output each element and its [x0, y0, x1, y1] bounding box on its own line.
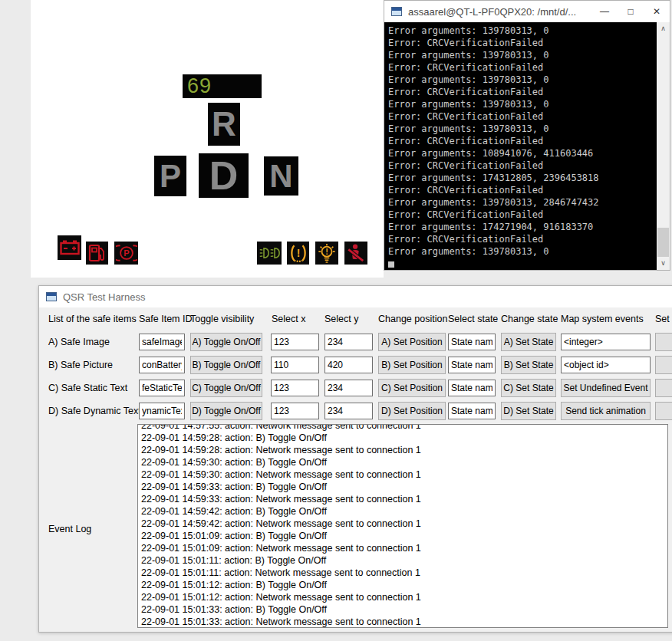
- toggle-visibility-button[interactable]: C) Toggle On/Off: [190, 379, 262, 397]
- event-log-line: 22-09-01 15:01:11: action: Network messa…: [141, 567, 664, 579]
- terminal-line: Error arguments: 139780313, 0: [388, 123, 657, 135]
- select-y-input[interactable]: [324, 334, 373, 350]
- terminal-line: Error: CRCVerificationFailed: [388, 86, 657, 98]
- state-name-input[interactable]: [448, 380, 496, 396]
- set-side-button[interactable]: C: [655, 379, 672, 397]
- event-log-line: 22-09-01 15:01:33: action: B) Toggle On/…: [141, 603, 664, 616]
- qsr-window-icon: [46, 292, 57, 301]
- map-event-input[interactable]: [561, 334, 651, 350]
- terminal-line: Error arguments: 139780313, 0: [388, 245, 657, 258]
- select-y-input[interactable]: [324, 403, 373, 419]
- qsr-titlebar[interactable]: QSR Test Harness: [39, 286, 672, 307]
- scroll-down-icon[interactable]: ∨: [657, 257, 670, 270]
- parking-brake-icon: P: [114, 242, 138, 265]
- terminal-line: Error: CRCVerificationFailed: [388, 209, 657, 221]
- header-select-y: Select y: [324, 314, 358, 324]
- maximize-icon[interactable]: □: [618, 2, 644, 21]
- state-name-input[interactable]: [448, 357, 496, 373]
- event-log-box[interactable]: 22-09-01 14:57:55: action: Network messa…: [137, 424, 668, 628]
- map-event-input[interactable]: [561, 357, 651, 373]
- select-x-input[interactable]: [271, 380, 319, 396]
- set-position-button[interactable]: C) Set Position: [378, 379, 446, 397]
- terminal-line: Error arguments: 139780313, 0: [388, 74, 657, 86]
- terminal-line: Error arguments: 139780313, 0: [388, 98, 657, 110]
- table-row-safe-static-text: C) Safe Static Text C) Toggle On/Off C) …: [39, 379, 672, 399]
- select-x-input[interactable]: [271, 403, 319, 419]
- set-state-button[interactable]: B) Set State: [501, 356, 556, 374]
- event-log-line: 22-09-01 15:01:11: action: B) Toggle On/…: [141, 554, 664, 567]
- event-log-line: 22-09-01 15:01:09: action: Network messa…: [141, 542, 664, 554]
- scroll-up-icon[interactable]: ∧: [657, 22, 670, 35]
- terminal-line: Error arguments: 174271904, 916183370: [388, 221, 657, 233]
- state-name-input[interactable]: [448, 403, 496, 419]
- set-side-button[interactable]: A): [655, 333, 672, 351]
- event-log-line: 22-09-01 15:01:12: action: Network messa…: [141, 591, 664, 603]
- toggle-visibility-button[interactable]: A) Toggle On/Off: [190, 333, 262, 351]
- row-label: D) Safe Dynamic Text: [48, 406, 141, 416]
- terminal-title: assaarel@QT-L-PF0QPX20: /mnt/d/...: [408, 6, 591, 18]
- set-state-button[interactable]: A) Set State: [501, 333, 556, 351]
- header-change-position: Change position: [378, 314, 447, 324]
- scrollbar-thumb[interactable]: [657, 228, 669, 257]
- terminal-scrollbar[interactable]: ∧ ∨: [657, 22, 670, 270]
- set-side-button[interactable]: B: [655, 356, 672, 374]
- terminal-line: Error: CRCVerificationFailed: [388, 184, 657, 196]
- header-safe-item-id: Safe Item ID: [139, 314, 192, 324]
- set-position-button[interactable]: D) Set Position: [378, 402, 446, 420]
- select-x-input[interactable]: [271, 334, 319, 350]
- table-row-safe-picture: B) Safe Picture B) Toggle On/Off B) Set …: [39, 356, 672, 376]
- toggle-visibility-button[interactable]: D) Toggle On/Off: [190, 402, 262, 420]
- terminal-line: Error: CRCVerificationFailed: [388, 233, 657, 245]
- set-side-button[interactable]: D) S: [655, 402, 672, 420]
- toggle-visibility-button[interactable]: B) Toggle On/Off: [190, 356, 262, 374]
- svg-text:P: P: [124, 248, 130, 258]
- terminal-line: Error arguments: 139780313, 0: [388, 25, 657, 37]
- qsr-test-harness-window: QSR Test Harness List of the safe items …: [38, 285, 672, 633]
- header-toggle-visibility: Toggle visibility: [190, 314, 254, 324]
- select-y-input[interactable]: [324, 380, 373, 396]
- state-name-input[interactable]: [448, 334, 496, 350]
- safe-item-id-input[interactable]: [139, 380, 185, 396]
- row-label: A) Safe Image: [48, 337, 110, 347]
- set-undefined-event-button[interactable]: Set Undefined Event: [561, 379, 651, 397]
- send-tick-animation-button[interactable]: Send tick animation: [561, 402, 651, 420]
- set-position-button[interactable]: A) Set Position: [378, 333, 446, 351]
- terminal-line: Error arguments: 139780313, 0: [388, 49, 657, 61]
- event-log-line: 22-09-01 14:59:42: action: Network messa…: [141, 518, 664, 530]
- screen: 69 R P D N: [0, 0, 672, 641]
- terminal-window: assaarel@QT-L-PF0QPX20: /mnt/d/... — □ ✕…: [384, 0, 670, 271]
- terminal-line: Error: CRCVerificationFailed: [388, 159, 657, 172]
- terminal-line: Error: CRCVerificationFailed: [388, 37, 657, 49]
- terminal-titlebar[interactable]: assaarel@QT-L-PF0QPX20: /mnt/d/... — □ ✕: [384, 1, 670, 22]
- safe-item-id-input[interactable]: [139, 403, 185, 419]
- set-state-button[interactable]: D) Set State: [501, 402, 556, 420]
- low-beam-indicator-icon: [257, 242, 282, 265]
- event-log-line: 22-09-01 14:59:33: action: Network messa…: [141, 493, 664, 505]
- console-window-icon: [391, 7, 402, 16]
- terminal-lines: Error arguments: 139780313, 0Error: CRCV…: [388, 25, 657, 258]
- terminal-output: Error arguments: 139780313, 0Error: CRCV…: [384, 22, 657, 270]
- cluster-panel: 69 R P D N: [31, 0, 384, 278]
- safe-item-id-input[interactable]: [139, 334, 185, 350]
- event-log-line: 22-09-01 14:57:55: action: Network messa…: [141, 424, 664, 432]
- header-set-side: Set s: [655, 314, 672, 324]
- event-log-line: 22-09-01 15:01:12: action: B) Toggle On/…: [141, 579, 664, 591]
- select-x-input[interactable]: [271, 357, 319, 373]
- gear-indicator-d: D: [199, 153, 249, 198]
- set-state-button[interactable]: C) Set State: [501, 379, 556, 397]
- select-y-input[interactable]: [324, 357, 373, 373]
- close-icon[interactable]: ✕: [644, 2, 670, 21]
- event-log-line: 22-09-01 14:59:33: action: B) Toggle On/…: [141, 481, 664, 493]
- terminal-line: Error arguments: 108941076, 411603446: [388, 147, 657, 159]
- minimize-icon[interactable]: —: [591, 2, 618, 21]
- seatbelt-warning-icon: [344, 242, 367, 265]
- event-log-line: 22-09-01 15:01:09: action: B) Toggle On/…: [141, 530, 664, 542]
- speed-display: 69: [183, 74, 262, 98]
- gear-indicator-p: P: [154, 156, 186, 196]
- terminal-line: Error: CRCVerificationFailed: [388, 61, 657, 74]
- terminal-line: Error arguments: 174312805, 2396453818: [388, 172, 657, 184]
- event-log-line: 22-09-01 14:59:42: action: B) Toggle On/…: [141, 505, 664, 518]
- set-position-button[interactable]: B) Set Position: [378, 356, 446, 374]
- tire-pressure-warning-icon: !: [287, 242, 309, 265]
- safe-item-id-input[interactable]: [139, 357, 185, 373]
